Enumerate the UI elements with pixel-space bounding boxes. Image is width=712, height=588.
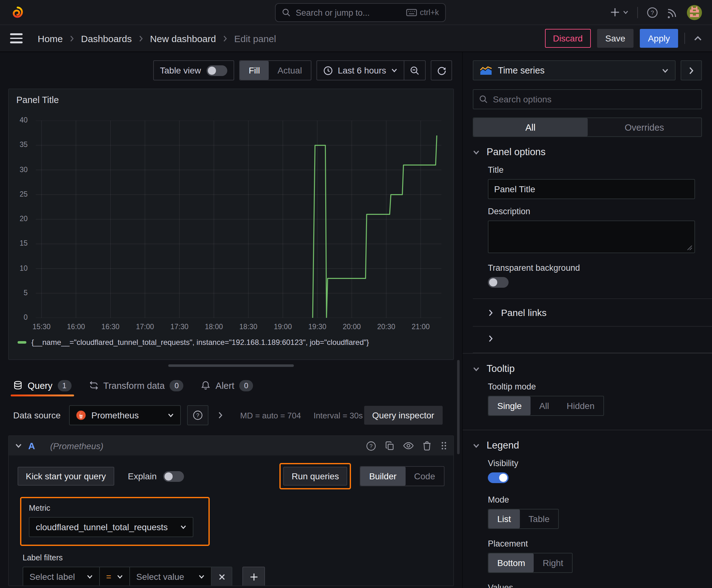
plus-icon <box>250 573 258 581</box>
breadcrumb-bar: Home Dashboards New dashboard Edit panel… <box>0 25 712 52</box>
time-series-chart[interactable] <box>36 121 441 318</box>
collapse-header-button[interactable] <box>694 34 702 42</box>
rss-icon <box>667 6 678 18</box>
datasource-help-button[interactable]: ? <box>188 405 209 425</box>
clock-icon <box>323 66 333 75</box>
tab-query[interactable]: Query 1 <box>13 374 71 396</box>
y-axis-tick-label: 5 <box>24 289 28 296</box>
y-axis-tick-label: 10 <box>19 264 28 272</box>
remove-filter-button[interactable] <box>212 567 232 586</box>
refresh-button[interactable] <box>431 60 452 80</box>
legend-placement-bottom[interactable]: Bottom <box>489 553 534 572</box>
tooltip-mode-hidden[interactable]: Hidden <box>558 396 603 415</box>
new-menu-button[interactable] <box>610 7 628 17</box>
query-help-icon[interactable]: ? <box>366 441 376 451</box>
breadcrumb-dashboards[interactable]: Dashboards <box>81 33 132 44</box>
collapse-options-pane-button[interactable] <box>681 60 702 80</box>
tooltip-mode-single[interactable]: Single <box>489 396 531 415</box>
legend-mode-table[interactable]: Table <box>520 509 559 528</box>
query-row-header[interactable]: A (Prometheus) ? <box>9 436 453 456</box>
tooltip-section-header[interactable]: Tooltip <box>473 363 702 374</box>
filter-tab-overrides[interactable]: Overrides <box>587 118 701 136</box>
operator-value: = <box>106 572 111 582</box>
breadcrumb-home[interactable]: Home <box>38 33 63 44</box>
x-axis-tick-label: 19:00 <box>268 323 298 331</box>
y-axis-tick-label: 20 <box>19 215 28 223</box>
code-mode-button[interactable]: Code <box>405 467 444 486</box>
apply-button[interactable]: Apply <box>640 29 678 48</box>
duplicate-query-icon[interactable] <box>385 441 394 450</box>
chevron-down-icon <box>623 9 628 15</box>
panel-options-header[interactable]: Panel options <box>473 146 702 158</box>
query-inspector-button[interactable]: Query inspector <box>364 406 442 425</box>
panel-links-section[interactable]: Panel links <box>473 298 712 326</box>
filter-tab-all[interactable]: All <box>473 118 587 136</box>
builder-mode-button[interactable]: Builder <box>360 467 405 486</box>
left-section-scrollbar[interactable] <box>457 360 459 454</box>
chart-legend[interactable]: {__name__="cloudflared_tunnel_total_requ… <box>18 338 369 347</box>
query-ref-id[interactable]: A <box>28 440 35 451</box>
kick-start-query-button[interactable]: Kick start your query <box>18 467 114 486</box>
chart-y-axis-labels: 0510152025303540 <box>9 121 32 318</box>
panel-view-toolbar: Table view Fill Actual Last 6 hours <box>8 60 454 80</box>
legend-placement-right[interactable]: Right <box>534 553 572 572</box>
legend-mode-list[interactable]: List <box>489 509 520 528</box>
repeat-options-section[interactable] <box>473 326 712 353</box>
time-range-button[interactable]: Last 6 hours <box>317 61 404 80</box>
plus-icon <box>610 7 620 17</box>
tooltip-mode-label: Tooltip mode <box>488 382 702 391</box>
discard-button[interactable]: Discard <box>545 29 591 48</box>
grafana-logo[interactable] <box>10 5 25 20</box>
avatar-identicon <box>687 5 702 20</box>
title-field-label: Title <box>488 165 702 175</box>
x-axis-tick-label: 20:00 <box>337 323 367 331</box>
tooltip-mode-all[interactable]: All <box>531 396 558 415</box>
description-field[interactable] <box>488 220 695 253</box>
explain-label: Explain <box>128 471 157 481</box>
add-filter-button[interactable] <box>242 567 265 586</box>
tab-transform-data[interactable]: Transform data 0 <box>89 374 184 396</box>
news-button[interactable] <box>667 6 678 18</box>
legend-visibility-toggle[interactable] <box>488 472 509 483</box>
panel-resize-handle[interactable] <box>168 364 294 367</box>
breadcrumb: Home Dashboards New dashboard Edit panel <box>38 33 276 44</box>
user-avatar[interactable] <box>687 5 702 20</box>
tab-alert-count: 0 <box>239 380 253 391</box>
drag-handle-icon[interactable] <box>440 441 447 450</box>
operator-dropdown[interactable]: = <box>100 567 130 586</box>
fill-mode-button[interactable]: Fill <box>240 61 269 80</box>
bell-icon <box>201 381 211 390</box>
chevron-down-icon <box>662 67 669 74</box>
svg-text:?: ? <box>369 443 372 449</box>
visualization-picker[interactable]: Time series <box>473 60 675 80</box>
panel-title-field[interactable] <box>488 179 695 199</box>
datasource-row: Data source Prometheus ? MD = auto = 704… <box>8 405 454 425</box>
run-queries-button[interactable]: Run queries <box>283 467 347 486</box>
query-options-expand-icon[interactable] <box>218 412 224 419</box>
table-view-label: Table view <box>160 65 201 76</box>
save-button[interactable]: Save <box>597 29 633 48</box>
pane-size-mode-group: Fill Actual <box>239 60 311 80</box>
legend-section-header[interactable]: Legend <box>473 440 702 451</box>
select-value-dropdown[interactable]: Select value <box>130 567 212 586</box>
delete-query-icon[interactable] <box>423 441 431 450</box>
help-button[interactable]: ? <box>647 6 658 18</box>
tab-alert[interactable]: Alert 0 <box>201 374 253 396</box>
hide-query-icon[interactable] <box>403 441 414 450</box>
datasource-picker[interactable]: Prometheus <box>69 405 181 425</box>
table-view-toggle[interactable] <box>207 65 227 76</box>
explain-toggle[interactable] <box>163 471 184 482</box>
keyboard-icon <box>406 9 417 16</box>
time-zoom-out-button[interactable] <box>404 61 425 80</box>
tooltip-mode-group: Single All Hidden <box>488 396 604 416</box>
editor-mode-group: Builder Code <box>360 466 445 486</box>
mega-menu-button[interactable] <box>10 31 25 46</box>
actual-mode-button[interactable]: Actual <box>269 61 311 80</box>
breadcrumb-new-dashboard[interactable]: New dashboard <box>150 33 216 44</box>
search-input[interactable]: Search or jump to... ctrl+k <box>275 3 446 22</box>
transparent-background-toggle[interactable] <box>488 277 509 288</box>
select-label-dropdown[interactable]: Select label <box>23 567 100 586</box>
options-search-input[interactable]: Search options <box>473 89 702 109</box>
metric-select[interactable]: cloudflared_tunnel_total_requests <box>29 517 193 537</box>
x-axis-tick-label: 18:00 <box>199 323 229 331</box>
